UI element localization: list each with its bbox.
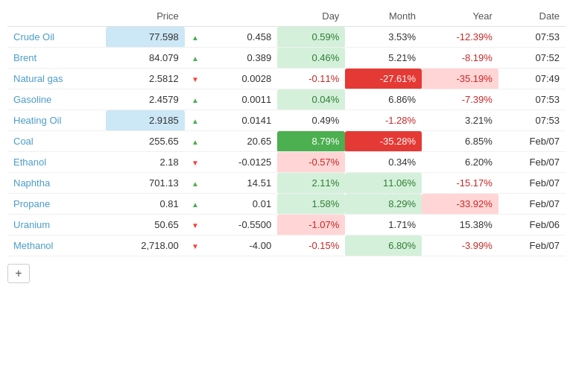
table-row: Crude Oil77.598▲0.4580.59%3.53%-12.39%07… [7,27,566,48]
table-row: Methanol2,718.00▼-4.00-0.15%6.80%-3.99%F… [7,235,566,256]
commodity-month-pct: -1.28% [345,110,422,131]
arrow-down-icon: ▼ [185,235,206,256]
add-row-button[interactable]: + [7,264,30,283]
col-header-year: Year [422,6,498,27]
commodity-price: 255.65 [106,131,185,152]
commodity-name[interactable]: Ethanol [7,152,106,173]
commodity-month-pct: -35.28% [345,131,422,152]
commodity-month-pct: 6.80% [345,235,422,256]
col-header-price: Price [106,6,185,27]
commodity-name[interactable]: Heating Oil [7,110,106,131]
commodity-date: Feb/06 [498,215,566,235]
commodity-name[interactable]: Propane [7,194,106,215]
commodity-name[interactable]: Uranium [7,215,106,235]
commodity-day-pct: -0.11% [277,69,345,89]
table-row: Uranium50.65▼-0.5500-1.07%1.71%15.38%Feb… [7,215,566,235]
commodity-date: Feb/07 [498,194,566,215]
arrow-down-icon: ▼ [185,69,206,89]
commodity-change: 0.0141 [206,110,277,131]
commodity-month-pct: 1.71% [345,215,422,235]
commodity-month-pct: 0.34% [345,152,422,173]
commodity-price: 77.598 [106,27,185,48]
commodity-name[interactable]: Crude Oil [7,27,106,48]
commodity-change: 14.51 [206,173,277,194]
commodity-change: 0.389 [206,48,277,69]
table-row: Gasoline2.4579▲0.00110.04%6.86%-7.39%07:… [7,89,566,110]
commodity-date: 07:53 [498,110,566,131]
commodity-day-pct: -0.57% [277,152,345,173]
commodity-date: Feb/07 [498,152,566,173]
commodity-name[interactable]: Gasoline [7,89,106,110]
commodity-month-pct: 3.53% [345,27,422,48]
commodity-day-pct: 0.49% [277,110,345,131]
arrow-down-icon: ▼ [185,215,206,235]
commodity-date: 07:53 [498,27,566,48]
col-header-month: Month [345,6,422,27]
commodity-change: -0.5500 [206,215,277,235]
commodity-day-pct: -1.07% [277,215,345,235]
commodity-name[interactable]: Coal [7,131,106,152]
commodity-name[interactable]: Methanol [7,235,106,256]
arrow-up-icon: ▲ [185,131,206,152]
commodity-year-pct: 3.21% [422,110,498,131]
table-row: Naphtha701.13▲14.512.11%11.06%-15.17%Feb… [7,173,566,194]
commodity-year-pct: 6.20% [422,152,498,173]
commodity-day-pct: 0.04% [277,89,345,110]
commodity-month-pct: -27.61% [345,69,422,89]
arrow-up-icon: ▲ [185,27,206,48]
commodity-day-pct: 2.11% [277,173,345,194]
commodity-date: Feb/07 [498,173,566,194]
table-row: Propane0.81▲0.011.58%8.29%-33.92%Feb/07 [7,194,566,215]
commodity-name[interactable]: Natural gas [7,69,106,89]
commodity-change: 0.458 [206,27,277,48]
commodity-price: 2.18 [106,152,185,173]
table-row: Coal255.65▲20.658.79%-35.28%6.85%Feb/07 [7,131,566,152]
commodity-change: 0.0028 [206,69,277,89]
commodity-year-pct: -33.92% [422,194,498,215]
commodities-table: Price Day Month Year Date Crude Oil77.59… [7,6,566,256]
commodity-date: 07:49 [498,69,566,89]
commodity-day-pct: 0.46% [277,48,345,69]
arrow-up-icon: ▲ [185,194,206,215]
commodity-month-pct: 8.29% [345,194,422,215]
commodity-year-pct: -12.39% [422,27,498,48]
commodity-year-pct: -15.17% [422,173,498,194]
arrow-up-icon: ▲ [185,48,206,69]
commodity-change: 20.65 [206,131,277,152]
commodity-price: 2,718.00 [106,235,185,256]
commodity-day-pct: 0.59% [277,27,345,48]
col-header-day: Day [277,6,345,27]
commodity-day-pct: 1.58% [277,194,345,215]
arrow-up-icon: ▲ [185,173,206,194]
commodity-year-pct: -7.39% [422,89,498,110]
commodity-date: Feb/07 [498,235,566,256]
arrow-up-icon: ▲ [185,110,206,131]
col-header-change [206,6,277,27]
table-row: Ethanol2.18▼-0.0125-0.57%0.34%6.20%Feb/0… [7,152,566,173]
col-header-arrow [185,6,206,27]
commodity-change: -4.00 [206,235,277,256]
arrow-up-icon: ▲ [185,89,206,110]
commodity-price: 2.5812 [106,69,185,89]
commodity-year-pct: -3.99% [422,235,498,256]
commodity-date: 07:52 [498,48,566,69]
commodity-price: 84.079 [106,48,185,69]
commodity-name[interactable]: Naphtha [7,173,106,194]
commodity-name[interactable]: Brent [7,48,106,69]
commodity-month-pct: 5.21% [345,48,422,69]
commodity-change: 0.0011 [206,89,277,110]
commodity-day-pct: -0.15% [277,235,345,256]
commodity-date: Feb/07 [498,131,566,152]
table-row: Brent84.079▲0.3890.46%5.21%-8.19%07:52 [7,48,566,69]
commodity-price: 2.9185 [106,110,185,131]
table-row: Natural gas2.5812▼0.0028-0.11%-27.61%-35… [7,69,566,89]
commodity-month-pct: 6.86% [345,89,422,110]
commodity-day-pct: 8.79% [277,131,345,152]
commodity-year-pct: 15.38% [422,215,498,235]
commodity-price: 50.65 [106,215,185,235]
commodities-table-container: Price Day Month Year Date Crude Oil77.59… [0,0,573,289]
commodity-date: 07:53 [498,89,566,110]
commodity-month-pct: 11.06% [345,173,422,194]
table-row: Heating Oil2.9185▲0.01410.49%-1.28%3.21%… [7,110,566,131]
commodity-year-pct: -35.19% [422,69,498,89]
